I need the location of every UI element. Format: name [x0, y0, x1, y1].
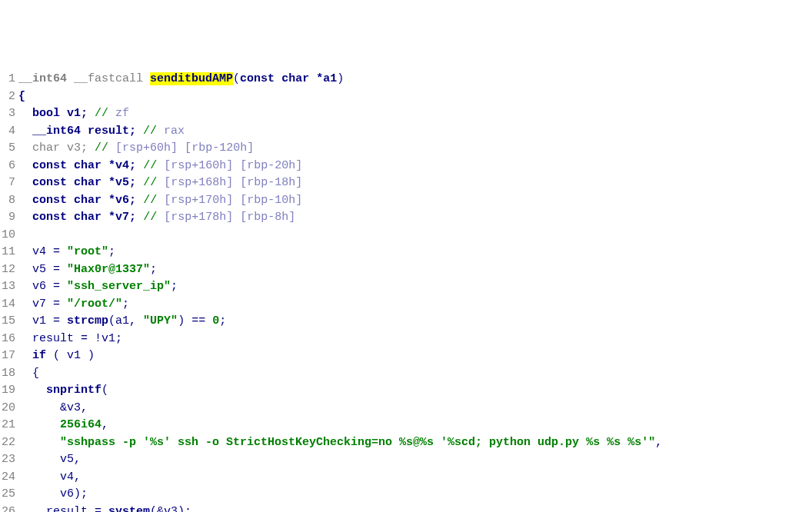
line-number: 20	[0, 400, 18, 417]
code-content[interactable]	[18, 227, 812, 244]
code-content[interactable]: v4 = "root";	[18, 244, 812, 261]
code-line[interactable]: 8 const char *v6; // [rsp+170h] [rbp-10h…	[0, 192, 812, 210]
code-line[interactable]: 23 v5,	[0, 451, 812, 469]
code-content[interactable]: {	[18, 88, 812, 106]
code-content[interactable]: char v3; // [rsp+60h] [rbp-120h]	[18, 140, 812, 158]
token: ;	[81, 141, 88, 155]
line-number: 8	[0, 192, 18, 210]
code-line[interactable]: 18 {	[0, 365, 812, 383]
token	[18, 332, 32, 345]
code-content[interactable]: const char *v7; // [rsp+178h] [rbp-8h]	[18, 209, 812, 227]
code-line[interactable]: 25 v6);	[0, 486, 812, 504]
code-content[interactable]: v4,	[18, 469, 812, 487]
token: 256i64	[60, 418, 102, 431]
code-line[interactable]: 20 &v3,	[0, 400, 812, 417]
code-line[interactable]: 17 if ( v1 )	[0, 347, 812, 365]
code-content[interactable]: __int64 result; // rax	[18, 123, 812, 141]
code-content[interactable]: const char *v5; // [rsp+168h] [rbp-18h]	[18, 175, 812, 192]
token	[60, 141, 67, 155]
code-line[interactable]: 19 snprintf(	[0, 382, 812, 400]
code-content[interactable]: v7 = "/root/";	[18, 296, 812, 314]
code-content[interactable]: const char *v6; // [rsp+170h] [rbp-10h]	[18, 192, 812, 210]
token: v3	[164, 505, 178, 513]
code-line[interactable]: 5 char v3; // [rsp+60h] [rbp-120h]	[0, 140, 812, 158]
token: =	[88, 505, 108, 513]
code-line[interactable]: 7 const char *v5; // [rsp+168h] [rbp-18h…	[0, 175, 812, 192]
code-line[interactable]: 10	[0, 227, 812, 244]
code-content[interactable]: snprintf(	[18, 382, 812, 400]
code-line[interactable]: 13 v6 = "ssh_server_ip";	[0, 278, 812, 296]
code-content[interactable]: v6);	[18, 486, 812, 504]
token	[67, 211, 74, 224]
code-content[interactable]: {	[18, 365, 812, 383]
code-line[interactable]: 4 __int64 result; // rax	[0, 123, 812, 141]
token	[67, 194, 74, 207]
code-line[interactable]: 2{	[0, 88, 812, 106]
code-line[interactable]: 3 bool v1; // zf	[0, 105, 812, 123]
token: [rsp+60h] [rbp-120h]	[115, 141, 254, 155]
token: (	[102, 384, 108, 397]
code-content[interactable]: if ( v1 )	[18, 347, 812, 365]
code-line[interactable]: 26 result = system(&v3);	[0, 504, 812, 513]
line-number: 22	[0, 434, 18, 452]
token: v1	[102, 332, 115, 345]
code-line[interactable]: 6 const char *v4; // [rsp+160h] [rbp-20h…	[0, 158, 812, 175]
code-content[interactable]: const char *v4; // [rsp+160h] [rbp-20h]	[18, 158, 812, 175]
token	[18, 418, 60, 431]
token: __int64	[32, 125, 81, 138]
token: system	[108, 505, 150, 513]
token: ,	[74, 453, 81, 466]
token: v6	[32, 280, 46, 293]
code-line[interactable]: 22 "sshpass -p '%s' ssh -o StrictHostKey…	[0, 434, 812, 452]
token: [rsp+170h] [rbp-10h]	[164, 194, 302, 207]
code-line[interactable]: 24 v4,	[0, 469, 812, 487]
token: )	[337, 72, 344, 85]
token: v4	[60, 470, 74, 484]
line-number: 3	[0, 105, 18, 123]
code-content[interactable]: result = !v1;	[18, 331, 812, 348]
token: v1	[67, 107, 81, 120]
code-line[interactable]: 21 256i64,	[0, 417, 812, 434]
code-line[interactable]: 1__int64 __fastcall senditbudAMP(const c…	[0, 71, 812, 88]
token: v4	[32, 245, 46, 258]
token	[60, 107, 67, 120]
line-number: 12	[0, 261, 18, 279]
token	[88, 107, 95, 120]
token	[67, 72, 74, 85]
code-line[interactable]: 16 result = !v1;	[0, 331, 812, 348]
line-number: 4	[0, 123, 18, 141]
token: const	[32, 176, 67, 189]
token: strcmp	[67, 314, 108, 327]
code-content[interactable]: 256i64,	[18, 417, 812, 434]
code-line[interactable]: 9 const char *v7; // [rsp+178h] [rbp-8h]	[0, 209, 812, 227]
token	[18, 125, 32, 138]
token: zf	[115, 107, 129, 120]
code-content[interactable]: v5 = "Hax0r@1337";	[18, 261, 812, 279]
code-content[interactable]: __int64 __fastcall senditbudAMP(const ch…	[18, 71, 812, 88]
token: "sshpass -p '%s' ssh -o StrictHostKeyChe…	[60, 436, 655, 449]
code-content[interactable]: bool v1; // zf	[18, 105, 812, 123]
code-content[interactable]: result = system(&v3);	[18, 504, 812, 513]
token: [rsp+168h] [rbp-18h]	[164, 176, 302, 189]
code-line[interactable]: 12 v5 = "Hax0r@1337";	[0, 261, 812, 279]
token: v5	[115, 176, 129, 189]
token	[18, 505, 46, 513]
code-line[interactable]: 15 v1 = strcmp(a1, "UPY") == 0;	[0, 313, 812, 331]
code-line[interactable]: 11 v4 = "root";	[0, 244, 812, 261]
token: *	[102, 176, 115, 189]
code-content[interactable]: &v3,	[18, 400, 812, 417]
code-line[interactable]: 14 v7 = "/root/";	[0, 296, 812, 314]
code-content[interactable]: v6 = "ssh_server_ip";	[18, 278, 812, 296]
line-number: 18	[0, 365, 18, 383]
code-content[interactable]: v1 = strcmp(a1, "UPY") == 0;	[18, 313, 812, 331]
line-number: 17	[0, 347, 18, 365]
line-number: 21	[0, 417, 18, 434]
token: ) ==	[178, 314, 212, 327]
token: (	[233, 72, 240, 85]
code-content[interactable]: v5,	[18, 451, 812, 469]
code-content[interactable]: "sshpass -p '%s' ssh -o StrictHostKeyChe…	[18, 434, 812, 452]
token: char	[74, 194, 102, 207]
token: ;	[129, 194, 136, 207]
token: snprintf	[46, 384, 102, 397]
token: &	[18, 401, 67, 414]
